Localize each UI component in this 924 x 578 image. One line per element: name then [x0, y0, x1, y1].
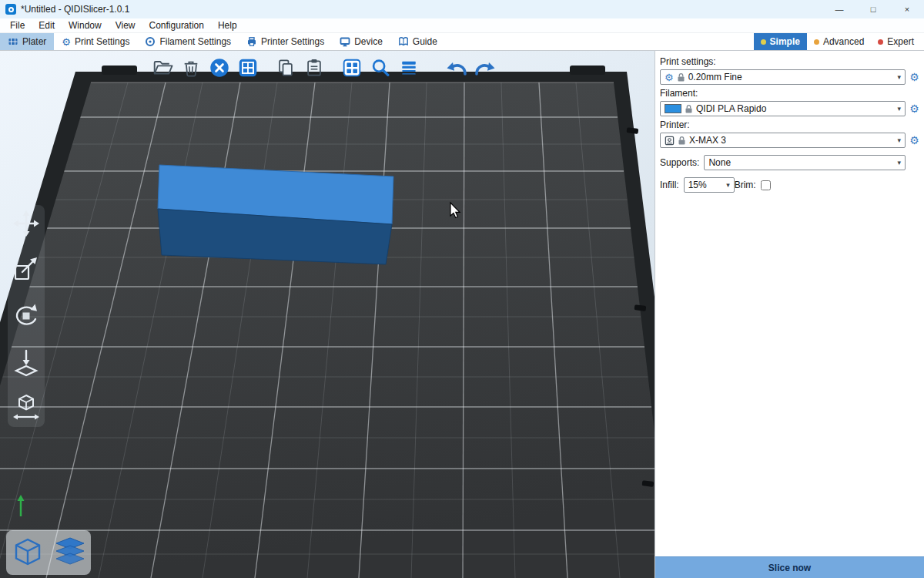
search-icon: [369, 56, 392, 79]
arrange-grid-icon: [236, 56, 259, 79]
scale-tool-button[interactable]: [9, 253, 43, 287]
mode-advanced[interactable]: Advanced: [807, 33, 871, 50]
layer-height-icon: [398, 57, 420, 79]
printer-label: Printer:: [660, 119, 921, 130]
infill-label: Infill:: [660, 180, 679, 190]
place-on-face-icon: [9, 345, 43, 379]
mode-expert-label: Expert: [887, 36, 914, 47]
tab-guide[interactable]: Guide: [390, 33, 445, 50]
printer-value: X-MAX 3: [689, 135, 892, 146]
close-button[interactable]: ×: [890, 0, 924, 18]
menu-configuration[interactable]: Configuration: [142, 20, 211, 31]
viewport-3d-scene[interactable]: [0, 51, 654, 578]
menu-file[interactable]: File: [3, 20, 32, 31]
undo-button[interactable]: [444, 56, 467, 79]
tab-guide-label: Guide: [413, 36, 437, 47]
bed-clip-right: [570, 66, 605, 75]
move-tool-button[interactable]: [9, 207, 43, 240]
open-project-button[interactable]: [151, 56, 174, 79]
filament-icon: [145, 36, 156, 47]
split-objects-icon: [340, 56, 363, 79]
tab-device-label: Device: [354, 36, 383, 47]
copy-button[interactable]: [274, 56, 297, 79]
tab-plater[interactable]: Plater: [0, 33, 54, 50]
viewport-3d[interactable]: [0, 51, 654, 578]
app-logo-icon: [5, 4, 16, 15]
print-settings-gear-button[interactable]: ⚙: [906, 71, 921, 83]
printer-small-icon: [665, 136, 675, 146]
delete-all-button[interactable]: [208, 56, 231, 79]
chevron-down-icon: ▾: [896, 136, 901, 144]
paste-button[interactable]: [303, 56, 326, 79]
filament-select[interactable]: QIDI PLA Rapido ▾: [660, 101, 906, 116]
print-settings-select[interactable]: ⚙ 0.20mm Fine ▾: [660, 69, 906, 85]
brim-label: Brim:: [735, 180, 756, 190]
tab-print-settings[interactable]: ⚙ Print Settings: [54, 33, 137, 50]
maximize-button[interactable]: □: [856, 0, 890, 18]
slice-now-button[interactable]: Slice now: [655, 556, 924, 578]
filament-value: QIDI PLA Rapido: [696, 103, 892, 114]
mode-expert[interactable]: Expert: [871, 33, 921, 50]
mode-advanced-label: Advanced: [823, 36, 864, 47]
profile-gear-icon: ⚙: [665, 72, 674, 82]
tab-printer-settings[interactable]: Printer Settings: [239, 33, 332, 50]
editor-view-button[interactable]: [10, 535, 45, 570]
infill-select[interactable]: 15% ▾: [684, 177, 735, 193]
delete-button[interactable]: [179, 56, 203, 79]
menu-window[interactable]: Window: [62, 20, 109, 31]
print-settings-icon: ⚙: [62, 37, 71, 47]
tab-device[interactable]: Device: [332, 33, 390, 50]
copy-icon: [275, 57, 296, 79]
bed-clip-left: [102, 66, 137, 75]
preview-view-button[interactable]: [52, 535, 88, 570]
filament-color-swatch: [665, 104, 681, 113]
tabbar: Plater ⚙ Print Settings Filament Setting…: [0, 33, 924, 51]
menubar: File Edit Window View Configuration Help: [0, 18, 924, 33]
open-folder-icon: [151, 56, 174, 79]
brim-checkbox[interactable]: [761, 180, 771, 190]
tab-filament-settings[interactable]: Filament Settings: [137, 33, 239, 50]
measure-tool-button[interactable]: [9, 391, 43, 425]
trash-icon: [180, 57, 202, 79]
settings-sidebar: Print settings: ⚙ 0.20mm Fine ▾ ⚙ Filame…: [654, 51, 924, 578]
printer-select[interactable]: X-MAX 3 ▾: [660, 133, 906, 148]
guide-book-icon: [398, 36, 409, 47]
simple-mode-dot-icon: [761, 39, 766, 45]
scale-icon: [9, 253, 43, 287]
undo-arrow-icon: [444, 56, 469, 81]
minimize-button[interactable]: —: [822, 0, 856, 18]
window-title: *Untitled - QIDISlicer-1.0.1: [21, 4, 129, 15]
printer-gear-button[interactable]: ⚙: [906, 134, 921, 146]
split-to-objects-button[interactable]: [340, 56, 363, 79]
rotate-icon: [9, 299, 43, 333]
layers-preview-icon: [53, 536, 87, 570]
filament-gear-button[interactable]: ⚙: [906, 102, 921, 115]
chevron-down-icon: ▾: [896, 159, 901, 166]
print-settings-value: 0.20mm Fine: [688, 72, 893, 82]
chevron-down-icon: ▾: [725, 181, 730, 189]
tab-print-settings-label: Print Settings: [75, 36, 129, 47]
redo-arrow-icon: [473, 56, 497, 81]
print-bed-surface[interactable]: [0, 82, 654, 578]
search-button[interactable]: [369, 56, 392, 79]
supports-select[interactable]: None ▾: [704, 155, 906, 170]
variable-layer-height-button[interactable]: [397, 56, 420, 79]
rotate-tool-button[interactable]: [9, 299, 43, 333]
gizmo-toolbar: [8, 205, 45, 427]
redo-button[interactable]: [473, 56, 496, 79]
device-monitor-icon: [340, 36, 350, 47]
lock-icon: [678, 136, 686, 145]
menu-help[interactable]: Help: [211, 20, 244, 31]
lock-icon: [677, 72, 685, 82]
arrange-button[interactable]: [236, 56, 259, 79]
delete-all-icon: [208, 56, 231, 79]
model-box[interactable]: [158, 165, 393, 264]
mode-simple-label: Simple: [770, 36, 800, 47]
mode-simple[interactable]: Simple: [754, 33, 807, 50]
menu-view[interactable]: View: [109, 20, 142, 31]
place-on-face-tool-button[interactable]: [9, 345, 43, 379]
plater-toolbar: [151, 55, 501, 81]
measure-icon: [9, 391, 43, 425]
menu-edit[interactable]: Edit: [32, 20, 62, 31]
paste-icon: [303, 57, 325, 79]
